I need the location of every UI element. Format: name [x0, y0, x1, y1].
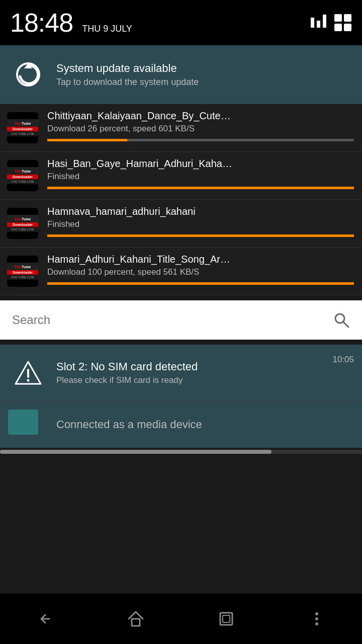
svg-rect-15 [220, 613, 232, 625]
search-input[interactable] [8, 309, 329, 331]
yt-app-icon-2: YouTube Downloader FVD TUBE.COM [0, 200, 45, 247]
sim-notification[interactable]: Slot 2: No SIM card detected Please chec… [0, 345, 362, 401]
signal-icon [310, 14, 328, 32]
download-status-3: Download 100 percent, speed 561 KB/S [47, 267, 354, 277]
download-notification-3[interactable]: YouTube Downloader FVD TUBE.COM Hamari_A… [0, 248, 362, 295]
progress-bar-1 [47, 187, 354, 189]
search-icon[interactable] [329, 307, 354, 333]
progress-fill-2 [47, 234, 354, 237]
progress-bar-3 [47, 282, 354, 285]
system-update-title: System update available [56, 62, 354, 75]
svg-rect-1 [317, 21, 320, 28]
menu-button[interactable] [292, 599, 342, 639]
svg-rect-0 [311, 18, 314, 28]
recents-button[interactable] [201, 599, 251, 639]
svg-point-18 [315, 617, 318, 620]
svg-rect-6 [344, 24, 351, 31]
download-notification-2[interactable]: YouTube Downloader FVD TUBE.COM Hamnava_… [0, 200, 362, 248]
system-update-icon [8, 54, 48, 95]
system-update-subtitle: Tap to download the system update [56, 77, 354, 88]
sim-title: Slot 2: No SIM card detected [56, 360, 332, 373]
progress-fill-0 [47, 139, 127, 141]
status-bar: 18:48 THU 9 JULY [0, 0, 362, 45]
back-button[interactable] [20, 599, 70, 639]
progress-bar-2 [47, 234, 354, 237]
download-status-0: Download 26 percent, speed 601 KB/S [47, 124, 354, 134]
sim-text: Slot 2: No SIM card detected Please chec… [48, 360, 332, 385]
status-time: 18:48 [10, 8, 73, 38]
search-section [0, 300, 362, 340]
svg-rect-5 [334, 24, 342, 31]
scroll-thumb [0, 450, 272, 454]
download-status-2: Finished [47, 219, 354, 229]
status-left: 18:48 THU 9 JULY [10, 8, 132, 38]
media-icon [8, 410, 48, 440]
sim-subtitle: Please check if SIM card is ready [56, 375, 332, 385]
download-notification-0[interactable]: YouTube Downloader FVD TUBE.COM Chittiya… [0, 104, 362, 152]
svg-point-13 [27, 379, 30, 382]
sim-warning-icon [8, 353, 48, 393]
status-date: THU 9 JULY [82, 24, 132, 34]
download-title-2: Hamnava_hamari_adhuri_kahani [47, 206, 354, 217]
download-content-2: Hamnava_hamari_adhuri_kahani Finished [45, 200, 362, 247]
search-input-wrapper [8, 307, 354, 333]
download-notification-1[interactable]: YouTube Downloader FVD TUBE.COM Hasi_Ban… [0, 152, 362, 200]
svg-rect-14 [132, 619, 140, 626]
yt-app-icon-1: YouTube Downloader FVD TUBE.COM [0, 152, 45, 199]
svg-rect-16 [223, 615, 230, 622]
navigation-bar [0, 594, 362, 644]
yt-app-icon-3: YouTube Downloader FVD TUBE.COM [0, 248, 45, 295]
home-button[interactable] [111, 599, 161, 639]
svg-rect-2 [323, 15, 326, 28]
grid-icon [334, 14, 352, 32]
media-notification[interactable]: Connected as a media device [0, 401, 362, 448]
download-title-1: Hasi_Ban_Gaye_Hamari_Adhuri_Kaha… [47, 158, 354, 170]
progress-fill-1 [47, 187, 354, 189]
system-update-text: System update available Tap to download … [48, 62, 354, 88]
svg-point-19 [315, 622, 318, 625]
svg-rect-4 [344, 14, 351, 22]
svg-point-17 [315, 612, 318, 615]
sim-time: 10:05 [332, 353, 354, 365]
progress-fill-3 [47, 282, 354, 285]
svg-line-10 [343, 322, 348, 327]
status-icons [310, 14, 352, 32]
download-content-3: Hamari_Adhuri_Kahani_Title_Song_Ar… Down… [45, 248, 362, 295]
yt-app-icon-0: YouTube Downloader FVD TUBE.COM [0, 104, 45, 151]
download-title-3: Hamari_Adhuri_Kahani_Title_Song_Ar… [47, 254, 354, 265]
svg-rect-3 [334, 14, 342, 22]
progress-bar-0 [47, 139, 354, 141]
download-title-0: Chittiyaan_Kalaiyaan_Dance_By_Cute… [47, 110, 354, 122]
media-title: Connected as a media device [48, 418, 202, 431]
system-update-notification[interactable]: System update available Tap to download … [0, 45, 362, 104]
download-status-1: Finished [47, 172, 354, 182]
download-content-1: Hasi_Ban_Gaye_Hamari_Adhuri_Kaha… Finish… [45, 152, 362, 199]
scroll-indicator [0, 450, 362, 454]
download-content-0: Chittiyaan_Kalaiyaan_Dance_By_Cute… Down… [45, 104, 362, 151]
